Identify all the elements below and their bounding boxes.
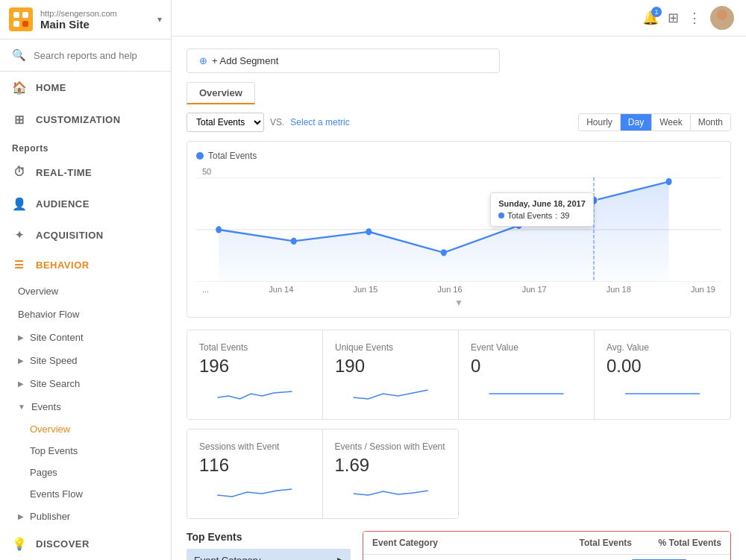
sidebar-item-customization[interactable]: ⊞ CUSTOMIZATION (0, 104, 171, 136)
sidebar-item-audience[interactable]: 👤 AUDIENCE (0, 188, 171, 220)
x-label-4: Jun 17 (522, 285, 547, 294)
site-name: Main Site (40, 18, 157, 31)
overview-area: ⊕ + Add Segment Overview Total Events VS… (172, 37, 746, 560)
more-options-icon[interactable]: ⋮ (688, 10, 701, 26)
sidebar-item-behavior-label: BEHAVIOR (36, 259, 90, 271)
sidebar-pages[interactable]: Pages (0, 462, 171, 483)
sidebar-item-discover[interactable]: 💡 DISCOVER (0, 528, 171, 560)
legend-label: Total Events (208, 151, 257, 161)
x-label-1: Jun 14 (269, 285, 293, 294)
sidebar-item-acquisition[interactable]: ✦ ACQUISITION (0, 220, 171, 250)
x-label-3: Jun 16 (438, 285, 463, 294)
y-axis-max: 50 (196, 167, 721, 176)
sidebar-sub-site-content-label: Site Content (30, 332, 84, 343)
sparkline-2 (471, 383, 582, 405)
time-btn-day[interactable]: Day (621, 114, 652, 130)
sidebar-sub-site-content[interactable]: ▶ Site Content (0, 326, 171, 349)
top-events-title: Top Events (186, 531, 351, 543)
sidebar-sub-behavior-flow[interactable]: Behavior Flow (0, 303, 171, 326)
event-category-arrow: ▶ (337, 556, 343, 560)
event-category-filter[interactable]: Event Category ▶ (186, 549, 351, 560)
select-metric-link[interactable]: Select a metric (290, 117, 349, 128)
sidebar-sub-overview[interactable]: Overview (0, 280, 171, 303)
sidebar-sub-site-search[interactable]: ▶ Site Search (0, 372, 171, 395)
discover-icon: 💡 (12, 537, 27, 551)
chart-legend: Total Events (196, 151, 721, 161)
chart-container: Sunday, June 18, 2017 Total Events: 39 (196, 177, 721, 282)
acquisition-icon: ✦ (12, 229, 27, 241)
reports-section-label: Reports (0, 136, 171, 157)
search-bar: 🔍 (0, 40, 171, 72)
metric-label-1: Unique Events (335, 342, 446, 353)
metric-value-r2-1: 1.69 (335, 455, 447, 476)
metric-value-r2-0: 116 (199, 455, 310, 476)
time-btn-week[interactable]: Week (652, 114, 690, 130)
sidebar-item-home[interactable]: 🏠 HOME (0, 72, 171, 104)
customization-icon: ⊞ (12, 113, 27, 127)
sidebar-sub-events-label: Events (31, 401, 61, 412)
realtime-icon: ⏱ (12, 166, 27, 179)
svg-rect-0 (9, 7, 33, 31)
sidebar-events-overview[interactable]: Overview (0, 418, 171, 440)
svg-point-17 (666, 178, 672, 185)
metric-card-0: Total Events 196 (187, 330, 323, 419)
chart-svg (196, 177, 721, 282)
metric-card-r2-1: Events / Session with Event 1.69 (323, 430, 459, 518)
sidebar-item-audience-label: AUDIENCE (36, 198, 90, 210)
metric-card-1: Unique Events 190 (323, 330, 459, 419)
sidebar-sub-publisher[interactable]: ▶ Publisher (0, 505, 171, 528)
sidebar-sub-site-speed[interactable]: ▶ Site Speed (0, 349, 171, 372)
metrics-grid: Total Events 196 Unique Events 190 Event… (186, 330, 731, 420)
sidebar-sub-site-speed-label: Site Speed (30, 355, 78, 366)
sparkline-0 (199, 383, 310, 405)
sidebar-sub-publisher-label: Publisher (30, 511, 70, 522)
sidebar-item-real-time-label: REAL-TIME (36, 167, 92, 178)
time-btn-month[interactable]: Month (691, 114, 730, 130)
table-row: 1. Affiliate Links Target 140 71.43% (363, 555, 730, 560)
svg-rect-1 (13, 12, 19, 18)
metric-value-2: 0 (471, 356, 582, 377)
add-segment-bar[interactable]: ⊕ + Add Segment (186, 48, 500, 73)
time-btn-hourly[interactable]: Hourly (579, 114, 621, 130)
top-events-panel: Top Events Event Category ▶ Event Action… (186, 531, 351, 560)
sidebar-item-behavior[interactable]: ☰ BEHAVIOR (0, 250, 171, 280)
chart-section: Total Events 50 (186, 141, 731, 318)
sidebar-events-overview-label: Overview (30, 424, 70, 435)
user-avatar[interactable] (710, 6, 734, 30)
table-col-percent: % Total Events (632, 538, 721, 548)
metric-label-0: Total Events (199, 342, 310, 353)
add-segment-icon: ⊕ (199, 55, 207, 66)
sidebar-item-real-time[interactable]: ⏱ REAL-TIME (0, 157, 171, 188)
vs-label: VS. (270, 117, 284, 128)
chart-controls: Total Events VS. Select a metric Hourly … (186, 104, 731, 141)
svg-rect-4 (22, 21, 28, 27)
home-icon: 🏠 (12, 81, 27, 95)
sparkline-r2-1 (335, 482, 447, 504)
ga-logo (9, 7, 33, 31)
metric-card-2: Event Value 0 (459, 330, 595, 419)
metric-label-r2-0: Sessions with Event (199, 441, 310, 452)
metric-dropdown[interactable]: Total Events (186, 113, 264, 132)
chart-expand-arrow[interactable]: ▼ (196, 297, 721, 308)
legend-dot (196, 152, 204, 160)
audience-icon: 👤 (12, 197, 27, 211)
metric-label-2: Event Value (471, 342, 582, 353)
sparkline-1 (335, 383, 446, 405)
notification-bell[interactable]: 🔔 1 (642, 10, 659, 26)
search-icon: 🔍 (12, 48, 26, 62)
x-label-6: Jun 19 (691, 285, 715, 294)
x-label-0: ... (202, 285, 209, 294)
table-header-row: Event Category Total Events % Total Even… (363, 532, 730, 555)
grid-menu-icon[interactable]: ⊞ (668, 10, 679, 26)
avatar-image (710, 6, 734, 30)
metrics-grid-row2: Sessions with Event 116 Events / Session… (186, 429, 459, 519)
site-dropdown-icon[interactable]: ▾ (157, 14, 162, 25)
search-input[interactable] (34, 50, 159, 61)
sidebar-top-events[interactable]: Top Events (0, 440, 171, 462)
sidebar-sub-events[interactable]: ▼ Events (0, 395, 171, 418)
metric-value-3: 0.00 (606, 356, 718, 377)
sidebar-events-flow[interactable]: Events Flow (0, 483, 171, 505)
overview-tab[interactable]: Overview (186, 82, 255, 104)
table-col-event-category: Event Category (372, 538, 542, 548)
grid-icon: ⊞ (668, 10, 679, 25)
